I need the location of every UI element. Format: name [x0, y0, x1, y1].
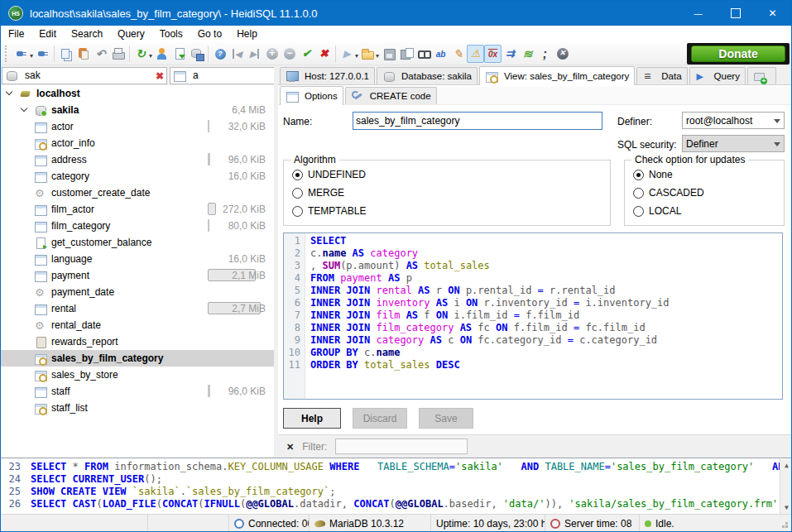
- radio-icon[interactable]: [633, 170, 644, 180]
- open-file-icon[interactable]: [359, 45, 380, 63]
- tree-item-localhost[interactable]: localhost: [1, 85, 274, 102]
- radio-icon[interactable]: [292, 170, 303, 180]
- tree-item-staff-list[interactable]: staff_list: [1, 400, 274, 416]
- sql-editor[interactable]: 1SELECT2c.name AS category3, SUM(p.amoun…: [283, 232, 783, 400]
- tab-host-127-0-0-1[interactable]: Host: 127.0.0.1: [280, 67, 375, 84]
- view-name-input[interactable]: [353, 112, 602, 130]
- tab-options[interactable]: Options: [280, 86, 343, 105]
- tab-data[interactable]: Data: [636, 67, 687, 84]
- radio-local[interactable]: LOCAL: [633, 202, 784, 220]
- tab-create-code[interactable]: CREATE code: [345, 87, 437, 104]
- menu-query[interactable]: Query: [110, 26, 152, 42]
- dropdown-arrow-icon[interactable]: [148, 46, 152, 61]
- resize-grip[interactable]: [785, 525, 788, 528]
- tree-item-actor[interactable]: actor32,0 KiB: [1, 118, 274, 135]
- next-result-icon[interactable]: [502, 45, 519, 63]
- save-icon[interactable]: [380, 45, 397, 63]
- connect-icon[interactable]: [13, 45, 34, 63]
- save-as-icon[interactable]: [397, 45, 415, 63]
- disconnect-icon[interactable]: [34, 45, 51, 63]
- tab-new-query[interactable]: [747, 67, 776, 84]
- execute-sql-icon[interactable]: [338, 45, 359, 63]
- menu-file[interactable]: File: [1, 26, 31, 42]
- donate-button[interactable]: Donate: [691, 46, 785, 62]
- chevron-expanded-icon[interactable]: [21, 105, 27, 112]
- radio-undefined[interactable]: UNDEFINED: [292, 165, 610, 184]
- delimiter-icon[interactable]: [536, 45, 554, 63]
- remove-icon[interactable]: [281, 45, 298, 63]
- radio-temptable[interactable]: TEMPTABLE: [292, 202, 610, 220]
- tree-item-get-customer-balance[interactable]: get_customer_balance: [1, 234, 274, 251]
- cancel-icon[interactable]: [315, 45, 333, 63]
- scroll-down-icon[interactable]: [780, 501, 792, 514]
- log-scrollbar[interactable]: [780, 459, 792, 514]
- radio-merge[interactable]: MERGE: [292, 184, 610, 202]
- tree-item-payment[interactable]: payment2,1 MiB: [1, 267, 274, 284]
- refresh-icon[interactable]: [132, 45, 153, 63]
- tree-item-category[interactable]: category16,0 KiB: [1, 168, 274, 185]
- help-icon[interactable]: [211, 45, 228, 63]
- radio-icon[interactable]: [633, 206, 644, 217]
- tree-item-sales-by-film-category[interactable]: sales_by_film_category: [1, 350, 274, 367]
- dropdown-arrow-icon[interactable]: [354, 46, 358, 61]
- menu-edit[interactable]: Edit: [31, 26, 64, 42]
- hex-icon[interactable]: [484, 45, 502, 63]
- definer-select[interactable]: root@localhost: [682, 112, 785, 129]
- menu-go-to[interactable]: Go to: [190, 26, 229, 42]
- minimize-button[interactable]: [679, 1, 717, 26]
- discard-button[interactable]: Discard: [353, 408, 407, 429]
- database-filter-input[interactable]: [25, 69, 153, 81]
- tree-item-rental[interactable]: rental2,7 MiB: [1, 300, 274, 317]
- scroll-up-icon[interactable]: [780, 459, 792, 472]
- close-filter-icon[interactable]: [286, 441, 294, 453]
- find-icon[interactable]: [415, 45, 432, 63]
- tree-item-film-category[interactable]: film_category80,0 KiB: [1, 218, 274, 234]
- maximize-button[interactable]: [717, 1, 754, 26]
- add-icon[interactable]: [263, 45, 281, 63]
- go-last-icon[interactable]: [246, 45, 263, 63]
- save-button[interactable]: Save: [419, 408, 473, 429]
- menu-help[interactable]: Help: [229, 26, 265, 42]
- go-first-icon[interactable]: [228, 45, 246, 63]
- tree-item-sakila[interactable]: sakila6,4 MiB: [1, 102, 274, 118]
- undo-icon[interactable]: [92, 45, 109, 63]
- menu-tools[interactable]: Tools: [152, 26, 190, 42]
- tree-item-staff[interactable]: staff96,0 KiB: [1, 383, 274, 400]
- tab-query[interactable]: Query: [689, 67, 746, 84]
- sql-security-select[interactable]: Definer: [682, 135, 785, 152]
- tree-item-language[interactable]: language16,0 KiB: [1, 251, 274, 267]
- tree-item-film-actor[interactable]: film_actor272,0 KiB: [1, 201, 274, 218]
- tree-item-address[interactable]: address96,0 KiB: [1, 151, 274, 168]
- stop-icon[interactable]: [554, 45, 571, 63]
- sync-database-icon[interactable]: [188, 45, 205, 63]
- radio-icon[interactable]: [292, 188, 303, 199]
- warnings-icon[interactable]: [467, 45, 484, 63]
- tree-item-payment-date[interactable]: payment_date: [1, 284, 274, 300]
- close-button[interactable]: [754, 1, 791, 26]
- dropdown-arrow-icon[interactable]: [375, 46, 379, 61]
- dropdown-arrow-icon[interactable]: [29, 46, 33, 61]
- tree-item-rental-date[interactable]: rental_date: [1, 317, 274, 333]
- apply-icon[interactable]: [298, 45, 315, 63]
- tree-item-customer-create-date[interactable]: customer_create_date: [1, 185, 274, 201]
- reconnect-icon[interactable]: [519, 45, 536, 63]
- tab-view-sales-by-film-category[interactable]: View: sales_by_film_category: [479, 66, 635, 85]
- copy-icon[interactable]: [57, 45, 74, 63]
- clear-database-filter-icon[interactable]: [156, 68, 164, 83]
- filter-input[interactable]: [335, 439, 468, 454]
- tab-database-sakila[interactable]: Database: sakila: [377, 67, 478, 84]
- tree-item-rewards-report[interactable]: rewards_report: [1, 333, 274, 350]
- tree-item-actor-info[interactable]: actor_info: [1, 135, 274, 151]
- reformat-icon[interactable]: [449, 45, 467, 63]
- paste-icon[interactable]: [74, 45, 92, 63]
- user-manager-icon[interactable]: [153, 45, 170, 63]
- tree-item-sales-by-store[interactable]: sales_by_store: [1, 367, 274, 383]
- help-button[interactable]: Help: [283, 408, 341, 429]
- print-icon[interactable]: [109, 45, 127, 63]
- radio-cascaded[interactable]: CASCADED: [633, 184, 784, 202]
- menu-search[interactable]: Search: [64, 26, 110, 42]
- radio-none[interactable]: None: [633, 165, 784, 184]
- replace-icon[interactable]: [432, 45, 449, 63]
- export-database-icon[interactable]: [170, 45, 188, 63]
- radio-icon[interactable]: [292, 206, 303, 217]
